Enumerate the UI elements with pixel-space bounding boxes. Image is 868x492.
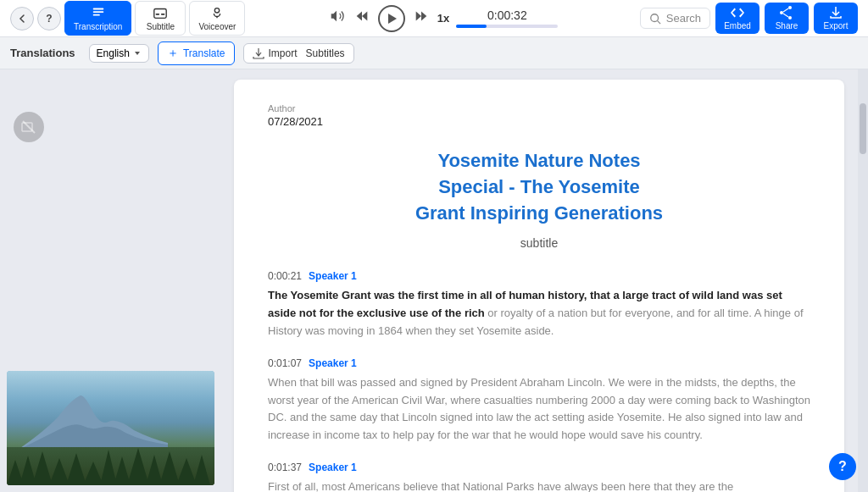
doc-meta: Author 07/28/2021 (268, 103, 810, 128)
svg-rect-2 (92, 14, 99, 16)
transcription-button[interactable]: Transcription (64, 1, 131, 36)
transcript-header-2: 0:01:07 Speaker 1 (268, 357, 810, 369)
plus-icon: ＋ (167, 46, 179, 61)
help-button[interactable]: ? (829, 453, 856, 480)
play-button[interactable] (378, 5, 405, 32)
search-box[interactable]: Search (640, 8, 710, 29)
timestamp-2: 0:01:07 (268, 357, 302, 369)
svg-rect-0 (92, 8, 103, 10)
svg-line-14 (783, 8, 788, 12)
toolbar-center: 1x 0:00:32 (252, 5, 632, 32)
doc-subtitle: subtitle (268, 236, 810, 250)
share-button[interactable]: Share (765, 3, 809, 34)
export-button[interactable]: Export (814, 3, 858, 34)
language-selector[interactable]: English (89, 44, 149, 63)
speaker-2: Speaker 1 (309, 357, 357, 369)
svg-point-12 (788, 16, 792, 19)
meta-date: 07/28/2021 (268, 115, 810, 128)
transcript-header-1: 0:00:21 Speaker 1 (268, 270, 810, 282)
help-nav-button[interactable]: ? (37, 7, 61, 30)
rewind-button[interactable] (353, 7, 371, 30)
svg-rect-3 (154, 9, 166, 19)
transcript-header-3: 0:01:37 Speaker 1 (268, 462, 810, 473)
progress-bar[interactable] (456, 25, 558, 28)
timestamp-display: 0:00:32 (487, 8, 527, 22)
scrollbar-thumb[interactable] (860, 103, 866, 154)
voiceover-button[interactable]: Voiceover (189, 1, 245, 36)
forward-button[interactable] (412, 7, 431, 30)
no-video-icon (14, 112, 44, 142)
subtitle-button[interactable]: Subtitle (135, 1, 186, 36)
embed-button[interactable]: Embed (715, 3, 760, 34)
svg-point-9 (651, 14, 659, 21)
back-button[interactable] (10, 7, 34, 30)
volume-button[interactable] (327, 7, 346, 30)
toolbar-right: Search Embed Share Export (640, 3, 858, 34)
svg-point-13 (780, 11, 783, 14)
content-panel[interactable]: Author 07/28/2021 Yosemite Nature Notes … (220, 69, 858, 492)
svg-line-10 (657, 20, 660, 24)
audio-controls: 1x 0:00:32 (327, 5, 558, 32)
svg-marker-8 (388, 14, 397, 24)
transcript-block-1: 0:00:21 Speaker 1 The Yosemite Grant was… (268, 270, 810, 340)
trees-svg (7, 443, 214, 485)
document-card: Author 07/28/2021 Yosemite Nature Notes … (234, 80, 844, 492)
transcript-block-2: 0:01:07 Speaker 1 When that bill was pas… (268, 357, 810, 445)
translations-label: Translations (10, 47, 75, 59)
translate-button[interactable]: ＋ Translate (158, 41, 235, 65)
svg-rect-5 (161, 14, 165, 15)
transcript-text-2: When that bill was passed and signed by … (268, 374, 810, 445)
video-thumbnail (7, 371, 214, 485)
svg-rect-4 (156, 14, 160, 15)
import-icon (253, 47, 264, 59)
doc-title: Yosemite Nature Notes Special - The Yose… (268, 148, 810, 226)
transcript-text-1: The Yosemite Grant was the first time in… (268, 287, 810, 340)
search-label: Search (666, 12, 701, 25)
transcript-block-3: 0:01:37 Speaker 1 First of all, most Ame… (268, 462, 810, 492)
svg-line-15 (783, 14, 788, 17)
meta-label: Author (268, 103, 810, 113)
scrollbar-area (858, 69, 868, 492)
sub-toolbar: Translations English ＋ Translate Import … (0, 37, 868, 69)
speed-button[interactable]: 1x (437, 12, 449, 25)
svg-point-11 (788, 6, 792, 9)
left-sidebar (0, 69, 220, 492)
main-area: Author 07/28/2021 Yosemite Nature Notes … (0, 69, 868, 492)
speaker-3: Speaker 1 (309, 462, 357, 473)
timestamp-1: 0:00:21 (268, 270, 302, 282)
svg-rect-1 (92, 11, 103, 13)
chevron-down-icon (133, 49, 142, 58)
search-icon (649, 13, 661, 25)
progress-fill (456, 25, 487, 28)
transcript-text-3: First of all, most Americans believe tha… (268, 478, 810, 492)
speaker-1: Speaker 1 (309, 270, 357, 282)
timestamp-3: 0:01:37 (268, 462, 302, 473)
import-subtitles-button[interactable]: Import Subtitles (243, 43, 354, 64)
toolbar-left: ? Transcription Subtitle Voiceover (10, 1, 245, 36)
top-toolbar: ? Transcription Subtitle Voiceover (0, 0, 868, 37)
svg-point-6 (215, 8, 220, 13)
mountain-svg (15, 384, 168, 451)
